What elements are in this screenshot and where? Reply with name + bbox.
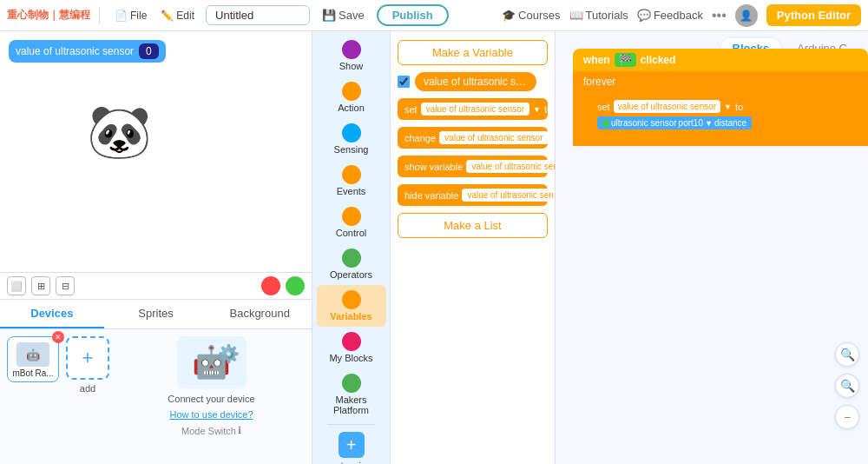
block-palette: Show Action Sensing Events Control Opera… xyxy=(312,31,391,464)
info-icon: ℹ xyxy=(238,425,241,436)
save-button[interactable]: 💾 Save xyxy=(315,6,372,24)
clicked-label: clicked xyxy=(641,54,676,66)
change-block[interactable]: change value of ultrasonic sensor ▼ b xyxy=(398,127,548,149)
forever-block[interactable]: forever xyxy=(573,71,868,92)
remove-device-button[interactable]: ✕ xyxy=(52,331,64,343)
make-list-button[interactable]: Make a List xyxy=(398,213,548,238)
save-icon: 💾 xyxy=(322,9,336,22)
title-input[interactable] xyxy=(206,5,310,25)
bottom-panel: Devices Sprites Background ✕ 🤖 mBot Ra..… xyxy=(0,299,312,464)
python-editor-button[interactable]: Python Editor xyxy=(766,4,861,26)
device-card-mbot[interactable]: ✕ 🤖 mBot Ra... xyxy=(7,336,59,382)
makers-dot xyxy=(342,374,361,393)
show-variable-block[interactable]: show variable value of ultrasonic senso xyxy=(398,156,548,177)
device-preview: 🤖 ⚙️ xyxy=(177,336,247,388)
var-monitor-label: value of ultrasonic sensor xyxy=(16,45,134,57)
to-label: to xyxy=(544,104,552,115)
variable-chip[interactable]: value of ultrasonic sensor xyxy=(415,72,536,91)
workspace[interactable]: Blocks Arduino C when 🏁 clicked forever xyxy=(556,31,868,464)
mode-switch[interactable]: Mode Switch ℹ xyxy=(181,425,241,436)
connect-text: Connect your device xyxy=(168,394,254,404)
edit-menu[interactable]: ✏️ Edit xyxy=(155,7,201,24)
expand-icon[interactable]: ⬜ xyxy=(7,276,26,295)
courses-nav[interactable]: 🎓 Courses xyxy=(502,9,560,22)
sensing-dot xyxy=(342,123,361,143)
forever-end-arrow: ⌒ xyxy=(716,136,725,148)
palette-show[interactable]: Show xyxy=(317,35,386,76)
variable-checkbox[interactable] xyxy=(398,76,410,88)
action-label: Action xyxy=(338,103,365,113)
bottom-tabs: Devices Sprites Background xyxy=(0,300,312,329)
dropdown-arrow: ▼ xyxy=(533,105,541,114)
zoom-out-button[interactable]: 🔍 xyxy=(835,374,859,398)
palette-action[interactable]: Action xyxy=(317,76,386,118)
how-to-link[interactable]: How to use device? xyxy=(170,409,253,420)
myblocks-label: My Blocks xyxy=(329,353,372,363)
control-label: Control xyxy=(336,228,366,238)
logo: 重心制物｜慧编程 xyxy=(7,8,90,23)
palette-sensing[interactable]: Sensing xyxy=(317,118,386,160)
tab-background[interactable]: Background xyxy=(207,300,312,328)
device-icon: 🤖 xyxy=(16,342,49,367)
when-clicked-block[interactable]: when 🏁 clicked xyxy=(573,49,868,71)
palette-makers[interactable]: Makers Platform xyxy=(317,368,386,421)
logo-text: 重心制物｜慧编程 xyxy=(7,8,90,23)
hide-var-chip: value of ultrasonic senso xyxy=(462,189,556,202)
green-flag-chip: 🏁 xyxy=(615,53,636,67)
when-label: when xyxy=(583,54,610,66)
show-var-label: show variable xyxy=(404,162,463,172)
avatar[interactable]: 👤 xyxy=(735,4,758,27)
zoom-controls: 🔍 🔍 − xyxy=(835,342,859,429)
palette-myblocks[interactable]: My Blocks xyxy=(317,327,386,368)
zoom-out-icon: 🔍 xyxy=(840,379,855,393)
sensor-dot xyxy=(602,120,609,127)
code-block-container: when 🏁 clicked forever set value of ultr… xyxy=(573,49,868,147)
palette-variables[interactable]: Variables xyxy=(317,285,386,327)
split-view-icon[interactable]: ⊞ xyxy=(31,276,50,295)
file-menu[interactable]: 📄 File xyxy=(108,7,153,24)
sensing-label: Sensing xyxy=(334,144,369,155)
bottom-content: ✕ 🤖 mBot Ra... + add 🤖 ⚙️ xyxy=(0,329,312,443)
topbar-menu: 📄 File ✏️ Edit xyxy=(108,7,201,24)
extension-label: extension xyxy=(331,461,372,464)
background-section: 🤖 ⚙️ Connect your device How to use devi… xyxy=(118,336,305,436)
add-device-button[interactable]: + xyxy=(66,336,109,380)
grid-view-icon[interactable]: ⊟ xyxy=(56,276,75,295)
more-button[interactable]: ••• xyxy=(712,8,727,23)
file-icon: 📄 xyxy=(115,10,128,22)
gear-icon: ⚙️ xyxy=(218,343,240,364)
palette-operators[interactable]: Operators xyxy=(317,243,386,285)
file-label: File xyxy=(130,10,147,22)
topbar: 重心制物｜慧编程 📄 File ✏️ Edit 💾 Save Publish 🎓… xyxy=(0,0,868,31)
palette-events[interactable]: Events xyxy=(317,160,386,202)
zoom-in-button[interactable]: 🔍 xyxy=(835,342,859,367)
set-value-block[interactable]: set value of ultrasonic sensor ▼ to ultr… xyxy=(590,96,865,134)
tab-devices[interactable]: Devices xyxy=(0,300,104,328)
topbar-right: 🎓 Courses 📖 Tutorials 💬 Feedback ••• 👤 P… xyxy=(502,4,861,27)
forever-label: forever xyxy=(583,76,615,88)
run-button[interactable] xyxy=(286,276,305,295)
tutorials-nav[interactable]: 📖 Tutorials xyxy=(569,9,628,22)
reset-zoom-button[interactable]: − xyxy=(835,405,859,429)
events-label: Events xyxy=(337,186,366,196)
stop-button[interactable] xyxy=(261,276,280,295)
control-dot xyxy=(342,207,361,226)
show-dot xyxy=(342,40,361,59)
add-extension-button[interactable]: + xyxy=(339,432,365,458)
publish-button[interactable]: Publish xyxy=(377,4,449,26)
makers-label: Makers Platform xyxy=(320,394,383,415)
divider1 xyxy=(99,7,100,24)
hide-variable-block[interactable]: hide variable value of ultrasonic senso xyxy=(398,184,548,206)
main-layout: value of ultrasonic sensor 0 🐼 ⬜ ⊞ ⊟ Dev… xyxy=(0,31,868,464)
set-block[interactable]: set value of ultrasonic sensor ▼ to xyxy=(398,98,548,120)
tab-sprites[interactable]: Sprites xyxy=(104,300,208,328)
set-arrow: ▼ xyxy=(724,103,732,111)
change-label: change xyxy=(404,133,436,143)
variable-row: value of ultrasonic sensor xyxy=(398,72,548,91)
make-variable-button[interactable]: Make a Variable xyxy=(398,40,548,65)
feedback-nav[interactable]: 💬 Feedback xyxy=(637,9,703,22)
palette-control[interactable]: Control xyxy=(317,202,386,243)
add-label: add xyxy=(80,383,95,394)
stage-area: value of ultrasonic sensor 0 🐼 ⬜ ⊞ ⊟ Dev… xyxy=(0,31,312,464)
zoom-in-icon: 🔍 xyxy=(840,348,855,361)
